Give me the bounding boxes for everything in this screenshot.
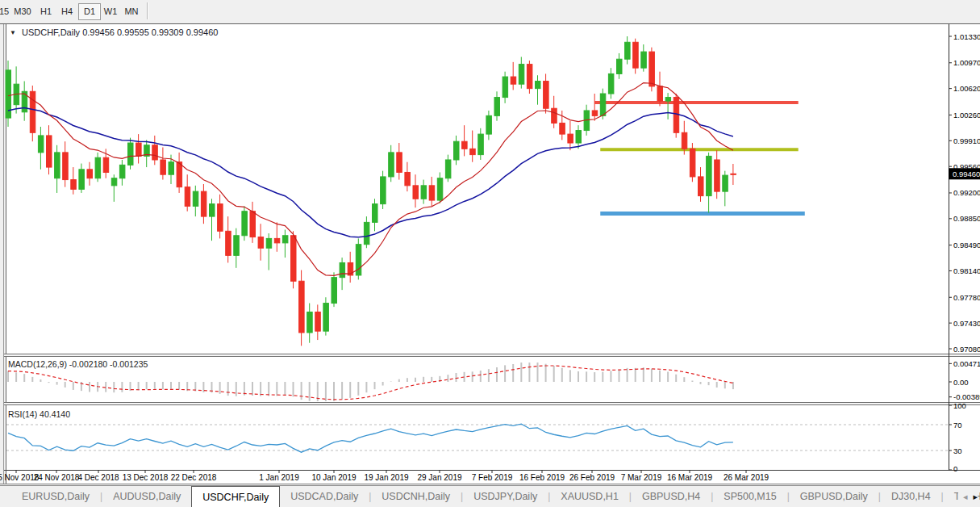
price-chart[interactable]: ▼USDCHF,Daily 0.99456 0.99595 0.99309 0.… [0,23,980,485]
tab-usdcnh-daily[interactable]: USDCNH,Daily [371,486,461,507]
candle-body [723,175,728,191]
scroll-right-icon[interactable]: ▸ [973,492,978,502]
tab-usdjpy-daily[interactable]: USDJPY,Daily [463,486,548,507]
time-tick-label: 4 Dec 2018 [77,473,119,482]
timeframe-d1-button[interactable]: D1 [78,3,101,20]
tab-usdcad-daily[interactable]: USDCAD,Daily [280,486,369,507]
timeframe-m30-button[interactable]: M30 [10,3,35,20]
rsi-scale-label: 70 [953,421,962,429]
candle-body [486,115,492,134]
symbol-dropdown-icon[interactable]: ▼ [10,29,16,36]
candle-body [282,236,288,243]
candle-body [552,108,557,123]
candle-body [421,186,427,199]
price-tick-label: 0.98490 [953,241,980,249]
tab-xauusd-h1[interactable]: XAUUSD,H1 [550,486,629,507]
rsi-scale-label: 100 [953,401,966,410]
candle-body [405,172,411,185]
timeframe-h1-button[interactable]: H1 [35,3,57,20]
price-tick-label: 0.98140 [953,266,980,275]
tab-gbpusd-h4[interactable]: GBPUSD,H4 [632,486,711,507]
candle-body [617,59,623,73]
candle-body [323,304,329,332]
timeframe-mn-button[interactable]: MN [120,3,143,20]
time-tick-label: 16 Mar 2019 [667,473,713,482]
candle-body [193,191,198,206]
candle-body [413,186,419,199]
timeframe-h4-button[interactable]: H4 [56,3,78,20]
scroll-left-icon[interactable]: ◂ [963,492,968,502]
candle-body [111,178,117,186]
mt4-chart-window: 15 M30 H1 H4 D1 W1 MN ▼USDCHF,Daily 0.99… [0,0,980,507]
candle-body [690,149,695,177]
candle-body [494,98,500,116]
candle-body [511,77,516,84]
candle-body [625,42,631,59]
candle-body [258,237,264,249]
macd-scale-label: 0.00 [953,378,969,387]
price-tick-label: 1.00620 [953,84,980,93]
candle-body [608,73,614,94]
tab-sp500-m15[interactable]: SP500,M15 [713,486,786,507]
candle-body [576,131,582,143]
candle-body [731,174,736,174]
candle-body [470,149,476,154]
candle-body [665,98,671,102]
toolbar-separator [147,2,148,19]
price-tick-label: 1.00260 [953,111,980,119]
candle-body [592,111,598,115]
candle-body [128,143,134,165]
candle-body [315,312,321,331]
time-tick-label: 26 Feb 2019 [569,473,615,482]
time-tick-label: 10 Jan 2019 [311,473,356,482]
chart-background [6,24,980,484]
candle-body [250,212,256,237]
time-tick-label: 1 Jan 2019 [259,473,299,482]
tab-gbpusd-daily[interactable]: GBPUSD,Daily [790,486,878,507]
candle-body [600,94,606,115]
tab-eurusd-daily[interactable]: EURUSD,Daily [11,486,100,507]
rsi-label: RSI(14) 40.4140 [8,409,70,419]
candle-body [445,160,451,178]
candle-body [22,91,27,111]
candle-body [266,238,272,248]
candle-body [210,204,215,216]
time-tick-label: 29 Jan 2019 [417,473,461,482]
tab-audusd-daily[interactable]: AUDUSD,Daily [102,486,191,507]
candle-body [641,52,647,68]
time-tick-label: 7 Mar 2019 [621,473,662,482]
candle-body [103,157,109,172]
candle-body [633,42,639,68]
tab-scroll-buttons: ◂ ▸ [958,486,978,507]
candle-body [47,136,52,167]
candle-body [119,165,125,178]
candle-body [307,312,313,332]
candle-body [657,86,663,101]
time-tick-label: 26 Mar 2019 [724,473,769,482]
candle-body [95,157,101,178]
price-tick-label: 0.99910 [953,136,980,145]
timeframe-w1-button[interactable]: W1 [99,3,122,20]
rsi-scale-label: 0 [953,464,957,473]
tab-dj30-h4[interactable]: DJ30,H4 [881,486,941,507]
price-tag-label: 0.99460 [953,170,980,178]
candle-body [527,65,532,89]
candle-body [544,82,549,109]
price-tick-label: 0.98850 [953,214,980,223]
time-tick-label: 19 Jan 2019 [364,473,408,482]
candle-body [55,153,60,178]
candle-body [340,262,345,277]
symbol-tabbar: EURUSD,Daily| AUDUSD,Daily USDCHF,Daily … [0,485,980,507]
time-tick-label: 7 Feb 2019 [472,473,513,482]
tab-usdchf-daily[interactable]: USDCHF,Daily [191,486,280,507]
candle-body [234,236,240,256]
candle-body [478,134,484,154]
candle-body [429,186,435,200]
candle-body [715,160,720,191]
candle-body [226,231,231,255]
candle-body [169,162,174,174]
chart-title-text: USDCHF,Daily 0.99456 0.99595 0.99309 0.9… [22,27,218,37]
candle-body [519,65,524,85]
price-tick-label: 0.99200 [953,188,980,197]
candle-body [177,162,182,187]
